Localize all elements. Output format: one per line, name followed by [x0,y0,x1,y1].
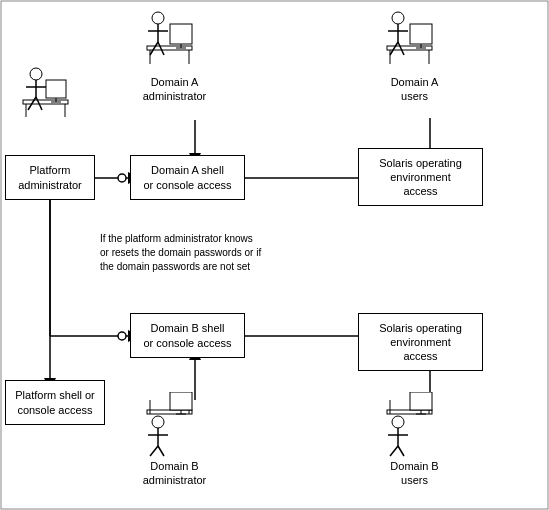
svg-point-3 [118,174,126,182]
domain-b-admin-figure: Domain Badministrator [142,392,207,488]
domain-b-users-label: Domain Busers [390,459,438,488]
domain-b-users-svg [382,392,447,457]
domain-a-solaris-label: Solaris operatingenvironmentaccess [379,156,462,199]
domain-a-admin-svg [142,8,207,73]
platform-admin-person-svg [18,62,73,122]
domain-b-users-figure: Domain Busers [382,392,447,488]
domain-b-shell-box: Domain B shellor console access [130,313,245,358]
platform-admin-box: Platform administrator [5,155,95,200]
domain-b-solaris-box: Solaris operatingenvironmentaccess [358,313,483,371]
domain-b-shell-label: Domain B shellor console access [143,321,231,350]
svg-point-74 [392,416,404,428]
svg-line-67 [158,446,164,456]
svg-rect-57 [147,410,192,414]
domain-a-solaris-box: Solaris operatingenvironmentaccess [358,148,483,206]
domain-b-admin-svg [142,392,207,457]
platform-shell-label: Platform shell or console access [15,388,94,417]
svg-point-30 [30,68,42,80]
platform-admin-label: Platform administrator [18,163,82,192]
svg-rect-60 [170,392,192,410]
svg-line-66 [150,446,158,456]
domain-a-shell-box: Domain A shellor console access [130,155,245,200]
diagram: Platform administrator Platform shell or… [0,0,549,510]
svg-rect-24 [23,100,68,104]
svg-rect-49 [410,24,432,44]
note-text: If the platform administrator knowsor re… [100,232,340,274]
domain-a-admin-figure: Domain Aadministrator [142,8,207,104]
domain-b-admin-label: Domain Badministrator [143,459,207,488]
domain-a-shell-label: Domain A shellor console access [143,163,231,192]
svg-point-14 [118,332,126,340]
platform-admin-figure [18,62,73,122]
platform-shell-box: Platform shell or console access [5,380,105,425]
svg-point-63 [152,416,164,428]
domain-a-users-label: Domain Ausers [391,75,439,104]
svg-rect-68 [387,410,432,414]
svg-rect-71 [410,392,432,410]
domain-a-users-figure: Domain Ausers [382,8,447,104]
domain-a-users-svg [382,8,447,73]
domain-b-solaris-label: Solaris operatingenvironmentaccess [379,321,462,364]
svg-rect-27 [46,80,66,98]
svg-rect-38 [170,24,192,44]
svg-point-52 [392,12,404,24]
svg-line-77 [390,446,398,456]
svg-line-78 [398,446,404,456]
domain-a-admin-label: Domain Aadministrator [143,75,207,104]
svg-point-41 [152,12,164,24]
